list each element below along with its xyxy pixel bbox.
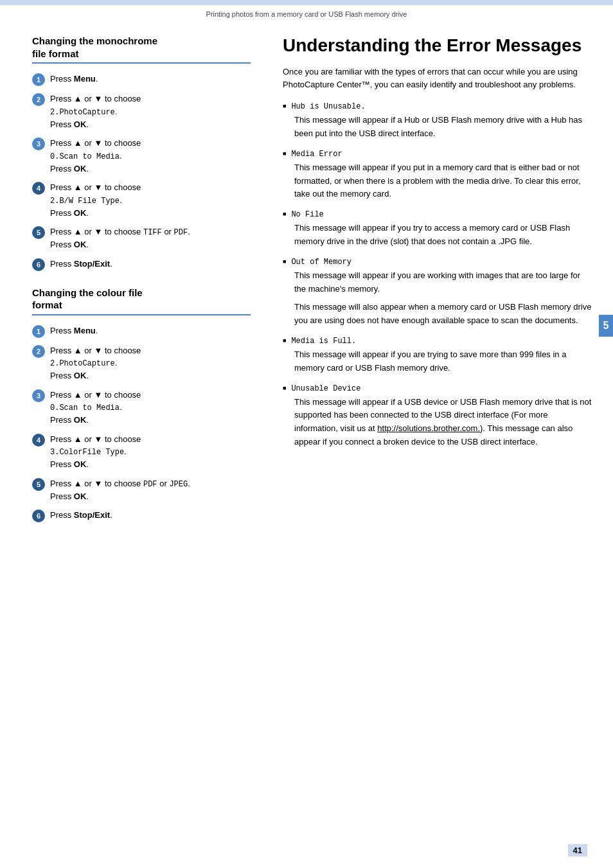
step-mono: 2.PhotoCapture [50,108,115,117]
step-mono: 0.Scan to Media [50,403,120,412]
step-mono: 2.B/W File Type [50,197,120,206]
step-item: 3 Press ▲ or ▼ to choose 0.Scan to Media… [32,389,251,427]
step-content-3: Press ▲ or ▼ to choose 0.Scan to Media. … [50,137,141,175]
step-bold: OK [74,415,87,425]
step-bold: OK [74,240,87,249]
step-bold: OK [74,164,87,173]
error-entry-out-of-memory: Out of Memory This message will appear i… [283,258,594,328]
right-column: Understanding the Error Messages Once yo… [270,22,613,551]
step-item: 1 Press Menu. [32,73,251,86]
error-desc-out-of-memory-2: This message will also appear when a mem… [283,301,594,328]
error-entry-no-file: No File This message will appear if you … [283,210,594,249]
step-badge-2: 2 [32,345,45,358]
step-item: 4 Press ▲ or ▼ to choose 3.ColorFile Typ… [32,433,251,471]
step-bold: OK [74,492,87,501]
step-item: 2 Press ▲ or ▼ to choose 2.PhotoCapture.… [32,344,251,382]
content-area: Changing the monochromefile format 1 Pre… [0,22,613,551]
step-badge-4: 4 [32,182,45,195]
intro-text: Once you are familiar with the types of … [283,66,594,93]
step-bold: Menu [74,74,96,84]
step-content-5: Press ▲ or ▼ to choose PDF or JPEG. Pres… [50,477,190,503]
step-bold: Stop/Exit [74,259,110,269]
error-entry-hub: Hub is Unusable. This message will appea… [283,102,594,141]
section-monochrome: Changing the monochromefile format 1 Pre… [32,35,251,271]
step-content-2: Press ▲ or ▼ to choose 2.PhotoCapture. P… [50,93,141,130]
error-label-unusable-device: Unusable Device [283,384,594,393]
error-label-no-file: No File [283,210,594,219]
section-colour: Changing the colour fileformat 1 Press M… [32,287,251,523]
step-badge-1: 1 [32,325,45,338]
step-mono: PDF [143,480,157,489]
section-divider-2 [32,314,251,315]
step-content-4: Press ▲ or ▼ to choose 2.B/W File Type. … [50,181,141,219]
step-bold: Stop/Exit [74,510,110,520]
step-content-2: Press ▲ or ▼ to choose 2.PhotoCapture. P… [50,344,141,382]
error-desc-media-error: This message will appear if you put in a… [283,161,594,201]
step-badge-6: 6 [32,258,45,271]
step-badge-1: 1 [32,73,45,86]
step-item: 2 Press ▲ or ▼ to choose 2.PhotoCapture.… [32,93,251,130]
error-desc-media-full: This message will appear if you are tryi… [283,348,594,375]
step-badge-4: 4 [32,434,45,447]
chapter-tab: 5 [599,315,613,337]
error-label-media-full: Media is Full. [283,337,594,346]
error-entry-unusable-device: Unusable Device This message will appear… [283,384,594,449]
step-content-1: Press Menu. [50,73,98,85]
step-bold: OK [74,459,87,469]
step-bold: OK [74,208,87,218]
step-mono: 3.ColorFile Type [50,448,124,457]
step-content-6: Press Stop/Exit. [50,258,112,270]
step-mono: PDF [174,228,188,237]
step-item: 6 Press Stop/Exit. [32,258,251,271]
error-desc-hub: This message will appear if a Hub or USB… [283,114,594,141]
step-badge-6: 6 [32,509,45,522]
header-text: Printing photos from a memory card or US… [0,5,613,22]
error-entry-media-full: Media is Full. This message will appear … [283,337,594,375]
step-content-1: Press Menu. [50,324,98,337]
step-bold: Menu [74,326,96,335]
step-badge-2: 2 [32,93,45,106]
section-monochrome-heading: Changing the monochromefile format [32,35,251,60]
step-bold: OK [74,120,87,129]
step-content-4: Press ▲ or ▼ to choose 3.ColorFile Type.… [50,433,141,471]
error-label-out-of-memory: Out of Memory [283,258,594,267]
error-desc-no-file: This message will appear if you try to a… [283,222,594,249]
error-desc-unusable-device: This message will appear if a USB device… [283,396,594,449]
step-content-5: Press ▲ or ▼ to choose TIFF or PDF. Pres… [50,226,190,251]
step-item: 3 Press ▲ or ▼ to choose 0.Scan to Media… [32,137,251,175]
step-item: 1 Press Menu. [32,324,251,338]
step-item: 5 Press ▲ or ▼ to choose TIFF or PDF. Pr… [32,226,251,251]
step-item: 5 Press ▲ or ▼ to choose PDF or JPEG. Pr… [32,477,251,503]
step-mono: JPEG [169,480,188,489]
step-item: 4 Press ▲ or ▼ to choose 2.B/W File Type… [32,181,251,219]
step-mono: TIFF [143,228,162,237]
error-label-hub: Hub is Unusable. [283,102,594,111]
step-badge-5: 5 [32,226,45,239]
url-link: http://solutions.brother.com. [377,423,480,433]
step-mono: 0.Scan to Media [50,152,120,161]
step-bold: OK [74,371,87,380]
step-item: 6 Press Stop/Exit. [32,509,251,522]
page-number: 41 [568,844,587,856]
right-heading: Understanding the Error Messages [283,35,594,57]
step-content-3: Press ▲ or ▼ to choose 0.Scan to Media. … [50,389,141,427]
step-badge-3: 3 [32,137,45,150]
error-desc-out-of-memory-1: This message will appear if you are work… [283,269,594,296]
section-colour-heading: Changing the colour fileformat [32,287,251,312]
page: Printing photos from a memory card or US… [0,0,613,868]
top-bar [0,0,613,5]
section-divider-1 [32,62,251,64]
colour-steps: 1 Press Menu. 2 Press ▲ or ▼ to choose 2… [32,324,251,523]
error-entry-media-error: Media Error This message will appear if … [283,150,594,201]
left-column: Changing the monochromefile format 1 Pre… [0,22,270,551]
step-content-6: Press Stop/Exit. [50,509,112,522]
step-mono: 2.PhotoCapture [50,359,115,368]
monochrome-steps: 1 Press Menu. 2 Press ▲ or ▼ to choose 2… [32,73,251,271]
step-badge-5: 5 [32,478,45,491]
error-label-media-error: Media Error [283,150,594,159]
step-badge-3: 3 [32,389,45,402]
